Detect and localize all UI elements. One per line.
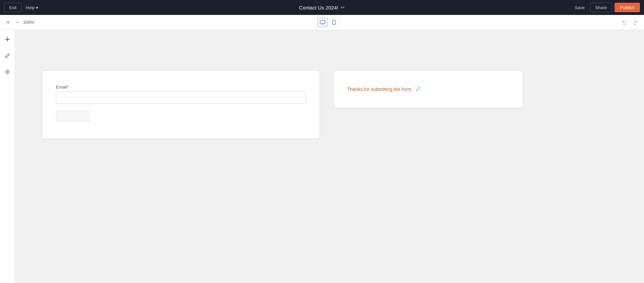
settings-button[interactable] [2, 67, 13, 77]
svg-rect-0 [320, 20, 325, 24]
help-button[interactable]: Help ▾ [26, 5, 39, 10]
save-button[interactable]: Save [572, 4, 587, 12]
top-navigation-bar: Exit Help ▾ Contact Us 2024! ✏ Save Shar… [0, 0, 644, 15]
toolbar-center [317, 18, 339, 27]
desktop-view-toggle[interactable] [317, 18, 328, 27]
toolbar-bar: + − 100% [0, 15, 644, 30]
undo-button[interactable] [620, 18, 629, 27]
svg-point-7 [6, 71, 8, 73]
edit-tool-button[interactable] [2, 50, 13, 61]
required-indicator: * [67, 84, 69, 90]
publish-button[interactable]: Publish [615, 3, 640, 12]
left-sidebar [0, 30, 15, 283]
help-chevron-icon: ▾ [36, 5, 38, 10]
mobile-view-toggle[interactable] [329, 18, 339, 27]
top-bar-center: Contact Us 2024! ✏ [299, 5, 345, 11]
zoom-level-display: 100% [23, 20, 37, 25]
toolbar-left: + − 100% [4, 18, 37, 26]
share-button[interactable]: Share [590, 3, 612, 12]
exit-button[interactable]: Exit [4, 3, 22, 12]
email-input[interactable] [56, 92, 306, 104]
canvas-content: Email* Thanks for submitting the form. [15, 30, 644, 283]
zoom-out-button[interactable]: − [14, 18, 22, 26]
top-bar-left: Exit Help ▾ [4, 3, 38, 12]
thankyou-card: Thanks for submitting the form. [333, 71, 523, 108]
thankyou-edit-icon[interactable] [416, 87, 421, 92]
email-field-group: Email* [56, 84, 306, 104]
toolbar-right [620, 18, 640, 27]
svg-point-4 [334, 23, 334, 24]
form-submit-button[interactable] [56, 111, 90, 121]
form-card: Email* [42, 71, 320, 139]
zoom-in-button[interactable]: + [4, 18, 12, 26]
top-bar-right: Save Share Publish [572, 3, 640, 12]
help-label: Help [26, 5, 35, 10]
redo-button[interactable] [630, 18, 640, 27]
add-element-button[interactable] [2, 34, 13, 45]
thankyou-message: Thanks for submitting the form. [347, 87, 413, 92]
email-label: Email* [56, 84, 306, 90]
page-title-edit-icon[interactable]: ✏ [341, 5, 345, 10]
main-canvas: Email* Thanks for submitting the form. [15, 30, 644, 283]
page-title: Contact Us 2024! [299, 5, 338, 11]
